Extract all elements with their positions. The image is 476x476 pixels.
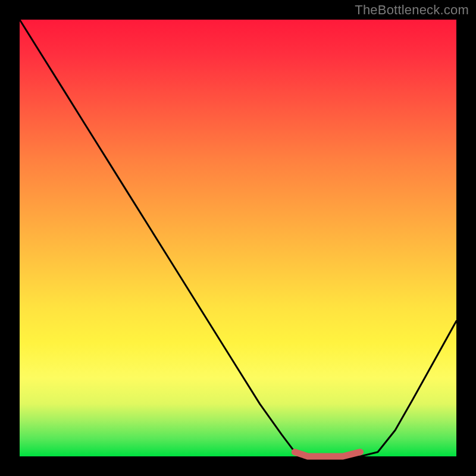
bottleneck-curve [20, 20, 456, 456]
watermark-text: TheBottleneck.com [355, 2, 469, 18]
chart-frame: TheBottleneck.com [0, 0, 476, 476]
highlight-band [295, 452, 360, 456]
plot-area [20, 20, 456, 456]
chart-svg [20, 20, 456, 456]
